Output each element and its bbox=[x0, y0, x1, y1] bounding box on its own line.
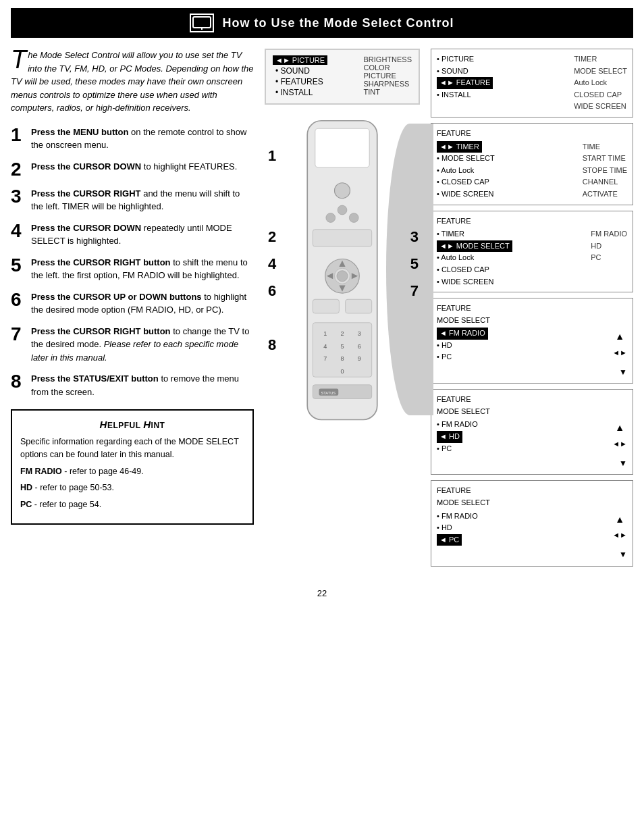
sd5-hd: • HD bbox=[437, 340, 488, 352]
step-number-7: 7 bbox=[11, 325, 26, 344]
sd3-timer-highlight: ◄► TIMER bbox=[437, 141, 482, 153]
sd7-arrows: ◄► bbox=[612, 529, 627, 542]
svg-text:2: 2 bbox=[340, 330, 344, 337]
sd2-picture: • PICTURE bbox=[437, 53, 493, 66]
step-number-3: 3 bbox=[11, 187, 26, 206]
svg-rect-9 bbox=[313, 230, 371, 246]
page-header: How to Use the Mode Select Control bbox=[11, 8, 633, 38]
remote-label-5: 5 bbox=[410, 255, 419, 273]
svg-rect-0 bbox=[193, 17, 211, 28]
screen1-features: • FEATURES bbox=[273, 76, 327, 87]
step-number-5: 5 bbox=[11, 256, 26, 275]
sd5-down: ▼ bbox=[437, 366, 627, 379]
sd3-time: TIME bbox=[583, 141, 627, 153]
sd7-down: ▼ bbox=[437, 548, 627, 561]
screen1-sound: • SOUND bbox=[273, 66, 327, 76]
screen-diagram-4: FEATURE • TIMER ◄► MODE SELECT • Auto Lo… bbox=[431, 211, 633, 293]
sd3-start: START TIME bbox=[583, 153, 627, 165]
step-text-1: Press the MENU button on the remote cont… bbox=[31, 126, 254, 152]
right-column: • PICTURE • SOUND ◄► FEATURE • INSTALL T… bbox=[431, 49, 633, 567]
sd3-channel: CHANNEL bbox=[583, 176, 627, 188]
sd4-auto-lock: • Auto Lock bbox=[437, 252, 512, 264]
sd5-title: FEATURE bbox=[437, 303, 627, 315]
screen-diagram-6: FEATURE MODE SELECT • FM RADIO ◄ HD • PC… bbox=[431, 389, 633, 475]
sd7-subtitle: MODE SELECT bbox=[437, 497, 627, 509]
step-text-8: Press the STATUS/EXIT button to remove t… bbox=[31, 372, 254, 398]
sd2-feature-row: ◄► FEATURE bbox=[437, 77, 493, 89]
sd5-up-arrow: ▲ bbox=[615, 329, 624, 344]
screen-diagram-2: • PICTURE • SOUND ◄► FEATURE • INSTALL T… bbox=[431, 49, 633, 118]
sd6-title: FEATURE bbox=[437, 394, 627, 406]
sd6-hd-row: ◄ HD bbox=[437, 431, 478, 443]
sd5-fm-row: ◄ FM RADIO bbox=[437, 328, 488, 340]
sd6-down: ▼ bbox=[437, 457, 627, 470]
sd4-wide-screen: • WIDE SCREEN bbox=[437, 276, 512, 288]
sd7-hd: • HD bbox=[437, 522, 478, 534]
svg-rect-4 bbox=[315, 128, 370, 167]
step-text-5: Press the CURSOR RIGHT button to shift t… bbox=[31, 256, 254, 282]
sd2-wide-screen: WIDE SCREEN bbox=[574, 101, 627, 113]
step-text-4: Press the CURSOR DOWN repeatedly until M… bbox=[31, 221, 254, 248]
tv-screen-step1: ◄► PICTURE • SOUND • FEATURES • INSTALL … bbox=[265, 49, 420, 105]
drop-cap: T bbox=[11, 49, 26, 70]
middle-column: ◄► PICTURE • SOUND • FEATURES • INSTALL … bbox=[265, 49, 420, 567]
sd7-up-arrow: ▲ bbox=[615, 512, 624, 527]
sd2-feature-highlight: ◄► FEATURE bbox=[437, 77, 493, 89]
intro-text: The Mode Select Control will allow you t… bbox=[11, 49, 254, 115]
sd3-title: FEATURE bbox=[437, 128, 627, 140]
svg-text:8: 8 bbox=[340, 355, 344, 362]
svg-rect-18 bbox=[346, 299, 372, 313]
step-6: 6 Press the CURSOR UP or DOWN buttons to… bbox=[11, 290, 254, 317]
sd3-closed-cap: • CLOSED CAP bbox=[437, 176, 495, 188]
sd4-closed-cap: • CLOSED CAP bbox=[437, 264, 512, 276]
svg-text:6: 6 bbox=[358, 343, 361, 350]
sd6-up-arrow: ▲ bbox=[615, 420, 624, 435]
screen-diagram-7: FEATURE MODE SELECT • FM RADIO • HD ◄ PC… bbox=[431, 480, 633, 566]
svg-point-5 bbox=[335, 183, 350, 199]
header-icon bbox=[190, 14, 214, 32]
sd3-timer-row: ◄► TIMER bbox=[437, 141, 495, 153]
svg-point-7 bbox=[338, 205, 347, 215]
sd5-pc: • PC bbox=[437, 351, 488, 363]
remote-label-3: 3 bbox=[410, 228, 419, 246]
sd4-pc: PC bbox=[591, 252, 627, 264]
remote-area: 1 2 3 4 5 6 7 8 9 0 STATUS 1 2 4 6 3 bbox=[265, 110, 420, 434]
sd6-fm: • FM RADIO bbox=[437, 419, 478, 431]
svg-text:5: 5 bbox=[340, 343, 344, 350]
hint-hd: HD - refer to page 50-53. bbox=[20, 481, 244, 494]
svg-text:1: 1 bbox=[323, 330, 327, 337]
screen1-highlight: ◄► PICTURE bbox=[273, 55, 327, 65]
page-number: 22 bbox=[0, 577, 644, 604]
screen-diagram-3: FEATURE ◄► TIMER • MODE SELECT • Auto Lo… bbox=[431, 123, 633, 205]
sd2-mode-select: MODE SELECT bbox=[574, 66, 627, 78]
step-5: 5 Press the CURSOR RIGHT button to shift… bbox=[11, 256, 254, 282]
sd4-title: FEATURE bbox=[437, 215, 627, 228]
remote-label-7: 7 bbox=[410, 282, 419, 300]
step-text-2: Press the CURSOR DOWN to highlight FEATU… bbox=[31, 160, 237, 174]
sd6-arrows: ◄► bbox=[612, 438, 627, 450]
svg-point-6 bbox=[326, 213, 336, 223]
sd4-timer: • TIMER bbox=[437, 228, 512, 240]
sd3-stope: STOPE TIME bbox=[583, 165, 627, 177]
screen1-sharpness: SHARPNESS bbox=[363, 80, 412, 88]
sd2-sound: • SOUND bbox=[437, 66, 493, 78]
svg-rect-17 bbox=[313, 299, 339, 313]
step-3: 3 Press the CURSOR RIGHT and the menu wi… bbox=[11, 187, 254, 213]
page-title: How to Use the Mode Select Control bbox=[222, 16, 454, 30]
sd2-timer: TIMER bbox=[574, 53, 627, 66]
step-text-7: Press the CURSOR RIGHT button to change … bbox=[31, 325, 254, 365]
sd2-closed-cap: CLOSED CAP bbox=[574, 89, 627, 101]
screen1-tint: TINT bbox=[363, 88, 412, 96]
sd5-arrows: ◄► bbox=[612, 347, 627, 359]
sd2-install: • INSTALL bbox=[437, 89, 493, 101]
sd6-hd-highlight: ◄ HD bbox=[437, 431, 462, 443]
step-text-6: Press the CURSOR UP or DOWN buttons to h… bbox=[31, 290, 254, 317]
hint-body: Specific information regarding each of t… bbox=[20, 436, 244, 461]
sd3-mode-select: • MODE SELECT bbox=[437, 153, 495, 165]
sd3-wide-screen: • WIDE SCREEN bbox=[437, 188, 495, 201]
sd4-mode-highlight: ◄► MODE SELECT bbox=[437, 240, 512, 253]
screen1-brightness: BRIGHTNESS bbox=[363, 55, 412, 63]
step-8: 8 Press the STATUS/EXIT button to remove… bbox=[11, 372, 254, 398]
svg-text:9: 9 bbox=[358, 355, 361, 362]
step-text-3: Press the CURSOR RIGHT and the menu will… bbox=[31, 187, 254, 213]
